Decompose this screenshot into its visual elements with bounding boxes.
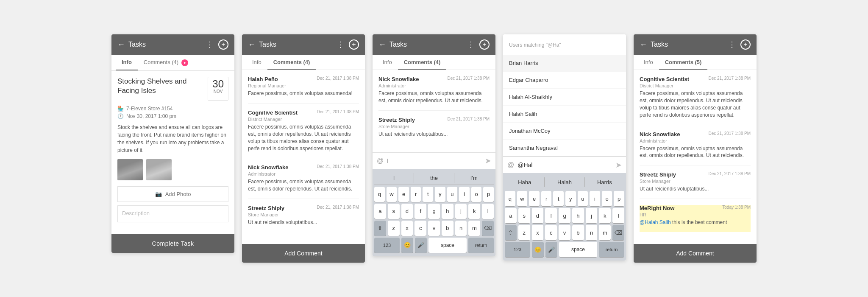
tab-comments-5[interactable]: Comments (5) xyxy=(659,55,708,70)
key-emoji[interactable]: 😊 xyxy=(401,238,413,253)
key-s[interactable]: s xyxy=(388,204,400,219)
key-f-4[interactable]: f xyxy=(545,208,557,223)
mention-item-edgar[interactable]: Edgar Chaparro xyxy=(503,72,626,89)
key-w-4[interactable]: w xyxy=(517,191,528,206)
comments-scroll-5[interactable]: Cognitive Scientist Dec 21, 2017 1:38 PM… xyxy=(634,70,757,244)
key-h[interactable]: h xyxy=(442,204,453,219)
add-photo-button[interactable]: 📷 Add Photo xyxy=(117,186,228,202)
key-y-4[interactable]: y xyxy=(565,191,576,206)
key-j-4[interactable]: j xyxy=(586,208,598,223)
key-b-4[interactable]: b xyxy=(572,225,584,240)
key-b[interactable]: b xyxy=(442,221,453,236)
send-icon-4[interactable]: ➤ xyxy=(615,160,622,170)
tab-info-2[interactable]: Info xyxy=(246,55,267,70)
comment-input-3[interactable] xyxy=(387,157,481,164)
add-comment-button-5[interactable]: Add Comment xyxy=(634,244,757,263)
tab-comments-3[interactable]: Comments (4) xyxy=(398,55,447,70)
tab-info-3[interactable]: Info xyxy=(377,55,398,70)
key-u-4[interactable]: u xyxy=(578,191,588,206)
key-t[interactable]: t xyxy=(423,187,433,202)
key-e[interactable]: e xyxy=(398,187,409,202)
key-i[interactable]: i xyxy=(459,187,470,202)
key-h-4[interactable]: h xyxy=(572,208,584,223)
key-l[interactable]: l xyxy=(482,204,494,219)
key-d-4[interactable]: d xyxy=(532,208,544,223)
key-j[interactable]: j xyxy=(455,204,467,219)
key-q-4[interactable]: q xyxy=(505,191,515,206)
key-space-4[interactable]: space xyxy=(559,242,597,257)
key-x[interactable]: x xyxy=(401,221,413,236)
key-p[interactable]: p xyxy=(483,187,494,202)
key-g-4[interactable]: g xyxy=(559,208,570,223)
key-a-4[interactable]: a xyxy=(505,208,517,223)
key-z[interactable]: z xyxy=(388,221,400,236)
complete-task-button[interactable]: Complete Task xyxy=(111,234,234,253)
key-z-4[interactable]: z xyxy=(518,225,530,240)
key-w[interactable]: w xyxy=(387,187,397,202)
suggestion-1[interactable]: the xyxy=(414,173,454,183)
back-arrow-icon-3[interactable]: ← xyxy=(378,41,386,48)
add-button-3[interactable]: + xyxy=(479,39,490,50)
tab-info-5[interactable]: Info xyxy=(638,55,659,70)
tab-comments-1[interactable]: Comments (4) ● xyxy=(138,55,194,70)
key-l-4[interactable]: l xyxy=(612,208,624,223)
key-e-4[interactable]: e xyxy=(529,191,540,206)
add-button-5[interactable]: + xyxy=(740,39,751,50)
add-button-2[interactable]: + xyxy=(349,39,359,50)
mention-item-brian-harris[interactable]: Brian Harris xyxy=(503,55,626,72)
key-mic-4[interactable]: 🎤 xyxy=(545,242,557,257)
key-o[interactable]: o xyxy=(471,187,482,202)
key-g[interactable]: g xyxy=(428,204,440,219)
key-q[interactable]: q xyxy=(374,187,385,202)
key-r[interactable]: r xyxy=(411,187,421,202)
key-n[interactable]: n xyxy=(455,221,467,236)
description-field[interactable]: Description xyxy=(117,205,228,222)
key-return[interactable]: return xyxy=(468,238,494,253)
mention-item-samantha[interactable]: Samantha Negraval xyxy=(503,140,626,156)
key-f[interactable]: f xyxy=(415,204,426,219)
tab-info-1[interactable]: Info xyxy=(116,55,138,70)
key-i-4[interactable]: i xyxy=(590,191,600,206)
more-options-icon[interactable]: ⋮ xyxy=(206,41,214,48)
key-m-4[interactable]: m xyxy=(599,225,611,240)
key-return-4[interactable]: return xyxy=(599,242,624,257)
key-d[interactable]: d xyxy=(401,204,413,219)
key-a[interactable]: a xyxy=(374,204,386,219)
back-arrow-icon-2[interactable]: ← xyxy=(248,41,256,48)
key-v-4[interactable]: v xyxy=(559,225,570,240)
comments-scroll-2[interactable]: Halah Peño Dec 21, 2017 1:38 PM Regional… xyxy=(242,70,365,244)
key-y[interactable]: y xyxy=(435,187,445,202)
key-m[interactable]: m xyxy=(468,221,480,236)
key-space[interactable]: space xyxy=(428,238,467,253)
key-t-4[interactable]: t xyxy=(553,191,564,206)
key-mic[interactable]: 🎤 xyxy=(415,238,427,253)
suggestion-2[interactable]: I'm xyxy=(454,173,494,183)
add-button[interactable]: + xyxy=(218,39,228,50)
key-k-4[interactable]: k xyxy=(599,208,611,223)
key-u[interactable]: u xyxy=(447,187,458,202)
suggestion-0[interactable]: I xyxy=(374,173,414,183)
key-shift-4[interactable]: ⇧ xyxy=(505,225,517,240)
key-shift[interactable]: ⇧ xyxy=(374,221,386,236)
key-s-4[interactable]: s xyxy=(518,208,530,223)
key-o-4[interactable]: o xyxy=(602,191,612,206)
key-v[interactable]: v xyxy=(428,221,440,236)
more-options-icon-5[interactable]: ⋮ xyxy=(728,41,736,48)
key-123-4[interactable]: 123 xyxy=(505,242,530,257)
key-backspace-4[interactable]: ⌫ xyxy=(612,225,624,240)
key-p-4[interactable]: p xyxy=(614,191,624,206)
more-options-icon-3[interactable]: ⋮ xyxy=(467,41,475,48)
key-k[interactable]: k xyxy=(468,204,480,219)
send-icon-3[interactable]: ➤ xyxy=(485,156,491,165)
key-emoji-4[interactable]: 😊 xyxy=(532,242,544,257)
suggestion-haha[interactable]: Haha xyxy=(505,177,545,187)
key-c[interactable]: c xyxy=(415,221,426,236)
back-arrow-icon-5[interactable]: ← xyxy=(640,41,647,48)
key-123[interactable]: 123 xyxy=(374,238,400,253)
suggestion-halah[interactable]: Halah xyxy=(545,177,584,187)
mention-item-halah-salih[interactable]: Halah Salih xyxy=(503,106,626,123)
key-x-4[interactable]: x xyxy=(532,225,544,240)
add-comment-button-2[interactable]: Add Comment xyxy=(242,244,365,263)
comment-input-4[interactable] xyxy=(517,162,612,168)
key-n-4[interactable]: n xyxy=(586,225,598,240)
